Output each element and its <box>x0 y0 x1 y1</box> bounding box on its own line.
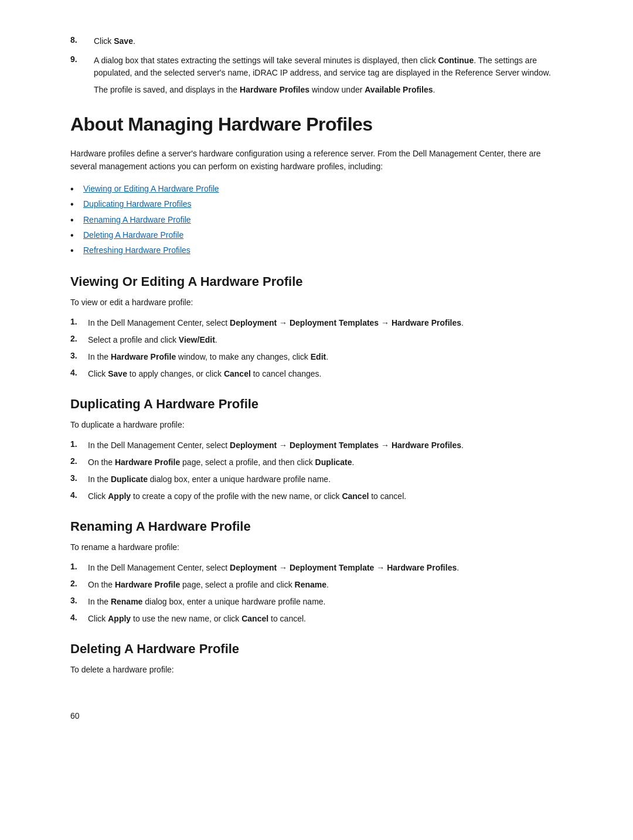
step-9-note-text: The profile is saved, and displays in th… <box>94 85 240 94</box>
step-9-note-mid: window under <box>309 85 365 94</box>
step-num: 4. <box>70 490 82 503</box>
page-title: About Managing Hardware Profiles <box>70 114 563 135</box>
step-num: 2. <box>70 579 82 591</box>
step-content: In the Rename dialog box, enter a unique… <box>88 596 563 608</box>
section-desc-duplicating: To duplicate a hardware profile: <box>70 419 563 431</box>
step-viewing-4: 4.Click Save to apply changes, or click … <box>70 368 563 380</box>
bold-text: Deployment Templates <box>290 441 379 450</box>
normal-text: Click <box>88 369 108 378</box>
section-desc-deleting: To delete a hardware profile: <box>70 664 563 676</box>
step-9: 9. A dialog box that states extracting t… <box>70 54 563 96</box>
step-renaming-2: 2.On the Hardware Profile page, select a… <box>70 579 563 591</box>
step-8-bold: Save <box>114 36 133 46</box>
step-duplicating-1: 1.In the Dell Management Center, select … <box>70 439 563 452</box>
link-refreshing[interactable]: Refreshing Hardware Profiles <box>83 244 190 257</box>
section-heading-duplicating: Duplicating A Hardware Profile <box>70 397 563 412</box>
section-steps-viewing: 1.In the Dell Management Center, select … <box>70 317 563 380</box>
page-footer: 60 <box>70 711 563 721</box>
normal-text: In the <box>88 352 111 361</box>
normal-text: → <box>374 563 387 572</box>
step-8-num: 8. <box>70 35 84 47</box>
bold-text: Hardware Profile <box>115 457 180 467</box>
step-content: Select a profile and click View/Edit. <box>88 334 563 346</box>
bold-text: Duplicate <box>111 474 148 484</box>
normal-text: Click <box>88 491 108 501</box>
normal-text: to apply changes, or click <box>127 369 224 378</box>
section-duplicating: Duplicating A Hardware ProfileTo duplica… <box>70 397 563 503</box>
bold-text: Edit <box>311 352 326 361</box>
step-num: 3. <box>70 351 82 363</box>
bold-text: Save <box>108 369 127 378</box>
step-9-note: The profile is saved, and displays in th… <box>94 84 563 96</box>
bold-text: Hardware Profile <box>111 352 176 361</box>
step-num: 4. <box>70 368 82 380</box>
step-8-end: . <box>133 36 135 46</box>
bullet-item-0: Viewing or Editing A Hardware Profile <box>70 183 563 196</box>
normal-text: . <box>326 352 328 361</box>
normal-text: . <box>461 318 464 327</box>
bold-text: Hardware Profiles <box>392 318 461 327</box>
step-num: 1. <box>70 439 82 452</box>
step-duplicating-2: 2.On the Hardware Profile page, select a… <box>70 456 563 469</box>
normal-text: . <box>352 457 355 467</box>
bold-text: Rename <box>295 580 326 589</box>
step-num: 1. <box>70 562 82 574</box>
normal-text: to cancel. <box>369 491 406 501</box>
section-deleting: Deleting A Hardware ProfileTo delete a h… <box>70 641 563 676</box>
normal-text: → <box>277 318 290 327</box>
page-number: 60 <box>70 711 80 721</box>
step-content: On the Hardware Profile page, select a p… <box>88 456 563 469</box>
bullet-item-1: Duplicating Hardware Profiles <box>70 198 563 211</box>
step-content: In the Hardware Profile window, to make … <box>88 351 563 363</box>
step-9-content: A dialog box that states extracting the … <box>94 54 563 96</box>
bold-text: Deployment Templates <box>290 318 379 327</box>
step-renaming-3: 3.In the Rename dialog box, enter a uniq… <box>70 596 563 608</box>
section-desc-renaming: To rename a hardware profile: <box>70 541 563 554</box>
link-deleting[interactable]: Deleting A Hardware Profile <box>83 229 183 241</box>
step-content: On the Hardware Profile page, select a p… <box>88 579 563 591</box>
normal-text: . <box>461 441 464 450</box>
normal-text: In the Dell Management Center, select <box>88 441 230 450</box>
bullet-item-2: Renaming A Hardware Profile <box>70 214 563 227</box>
normal-text: page, select a profile, and then click <box>180 457 315 467</box>
normal-text: In the Dell Management Center, select <box>88 318 230 327</box>
bullet-link-list: Viewing or Editing A Hardware Profile Du… <box>70 183 563 258</box>
bold-text: Apply <box>108 491 131 501</box>
bold-text: Cancel <box>224 369 251 378</box>
normal-text: → <box>277 563 290 572</box>
bold-text: Apply <box>108 614 131 623</box>
step-viewing-3: 3.In the Hardware Profile window, to mak… <box>70 351 563 363</box>
normal-text: On the <box>88 580 115 589</box>
normal-text: page, select a profile and click <box>180 580 294 589</box>
section-renaming: Renaming A Hardware ProfileTo rename a h… <box>70 519 563 625</box>
normal-text: . <box>215 335 217 344</box>
bold-text: Rename <box>111 597 142 606</box>
step-content: In the Dell Management Center, select De… <box>88 562 563 574</box>
intro-paragraph: Hardware profiles define a server's hard… <box>70 147 563 173</box>
section-desc-viewing: To view or edit a hardware profile: <box>70 296 563 309</box>
section-viewing: Viewing Or Editing A Hardware ProfileTo … <box>70 274 563 380</box>
bold-text: Hardware Profile <box>115 580 180 589</box>
step-num: 4. <box>70 613 82 625</box>
bold-text: Cancel <box>342 491 369 501</box>
step-content: Click Apply to create a copy of the prof… <box>88 490 563 503</box>
bold-text: View/Edit <box>179 335 215 344</box>
page-container: 8. Click Save. 9. A dialog box that stat… <box>0 0 633 767</box>
step-content: In the Duplicate dialog box, enter a uni… <box>88 473 563 486</box>
normal-text: . <box>457 563 459 572</box>
step-duplicating-3: 3.In the Duplicate dialog box, enter a u… <box>70 473 563 486</box>
step-9-text: A dialog box that states extracting the … <box>94 56 438 65</box>
step-content: In the Dell Management Center, select De… <box>88 439 563 452</box>
section-heading-viewing: Viewing Or Editing A Hardware Profile <box>70 274 563 289</box>
link-viewing[interactable]: Viewing or Editing A Hardware Profile <box>83 183 219 195</box>
normal-text: → <box>277 441 290 450</box>
step-content: Click Save to apply changes, or click Ca… <box>88 368 563 380</box>
link-renaming[interactable]: Renaming A Hardware Profile <box>83 214 191 226</box>
section-steps-duplicating: 1.In the Dell Management Center, select … <box>70 439 563 503</box>
link-duplicating[interactable]: Duplicating Hardware Profiles <box>83 198 191 210</box>
bullet-item-3: Deleting A Hardware Profile <box>70 229 563 242</box>
section-heading-renaming: Renaming A Hardware Profile <box>70 519 563 534</box>
sections-container: Viewing Or Editing A Hardware ProfileTo … <box>70 274 563 676</box>
bold-text: Deployment Template <box>290 563 374 572</box>
normal-text: In the <box>88 597 111 606</box>
